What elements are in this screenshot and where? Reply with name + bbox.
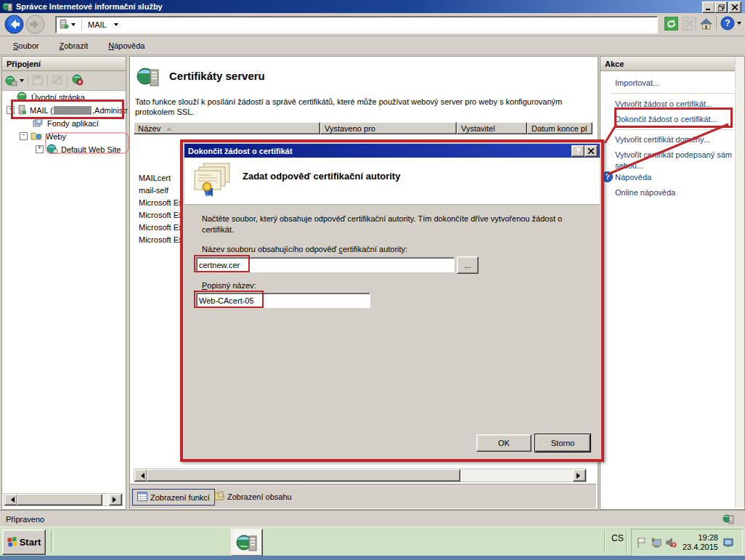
menu-napoveda[interactable]: Nápověda bbox=[108, 41, 144, 50]
status-iis-icon bbox=[722, 513, 734, 526]
list-item[interactable]: Microsoft Ex bbox=[139, 198, 183, 207]
ok-button[interactable]: OK bbox=[476, 434, 532, 452]
list-header: Název Vystaveno pro Vystavitel Datum kon… bbox=[134, 122, 593, 134]
sites-folder-icon bbox=[30, 131, 42, 142]
action-importovat[interactable]: Importovat... bbox=[615, 78, 659, 87]
minimize-button[interactable] bbox=[702, 1, 715, 13]
rename-connection-icon-disabled bbox=[52, 74, 63, 87]
annotation-default-web-site bbox=[45, 132, 129, 154]
create-connection-icon[interactable] bbox=[5, 75, 24, 86]
forward-button[interactable] bbox=[25, 15, 45, 36]
language-indicator[interactable]: CS bbox=[611, 533, 624, 543]
tb-sep2 bbox=[47, 75, 48, 86]
screen-bottom-edge bbox=[0, 556, 745, 560]
refresh-icon[interactable] bbox=[664, 17, 678, 32]
browse-button[interactable]: ... bbox=[457, 256, 479, 274]
system-tray: 19:28 23.4.2015 bbox=[631, 529, 743, 556]
column-vystavitel[interactable]: Vystavitel bbox=[457, 122, 527, 134]
menu-soubor[interactable]: Soubor bbox=[13, 41, 38, 50]
list-item[interactable]: mail-self bbox=[139, 186, 168, 195]
show-desktop-icon[interactable] bbox=[721, 535, 736, 550]
action-online-napoveda[interactable]: Online nápověda bbox=[615, 188, 675, 197]
column-vystaveno-pro[interactable]: Vystaveno pro bbox=[320, 122, 457, 134]
action-certifikat-domeny[interactable]: Vytvořit certifikát domény... bbox=[615, 135, 710, 144]
certificates-icon bbox=[193, 162, 234, 201]
help-menu-button[interactable]: ? bbox=[720, 16, 741, 31]
window-titlebar: Správce Internetové informační služby bbox=[0, 0, 745, 13]
tray-date: 23.4.2015 bbox=[683, 543, 718, 552]
tray-separator2 bbox=[626, 530, 627, 553]
menubar: Soubor Zobrazit Nápověda bbox=[0, 36, 745, 55]
tab-zobrazeni-obsahu[interactable]: Zobrazení obsahu bbox=[210, 489, 296, 504]
address-scope-dropdown-icon[interactable] bbox=[71, 23, 76, 28]
svg-text:?: ? bbox=[725, 18, 730, 28]
connections-hscrollbar[interactable] bbox=[4, 493, 123, 506]
dialog-title: Dokončit žádost o certifikát bbox=[188, 147, 293, 155]
connections-toolbar bbox=[2, 71, 126, 91]
actions-divider2 bbox=[611, 129, 734, 131]
actions-vscrollbar[interactable] bbox=[735, 57, 744, 508]
svg-text:?: ? bbox=[605, 173, 609, 181]
annotation-name-value bbox=[194, 291, 264, 308]
server-certificates-icon bbox=[136, 65, 160, 90]
start-button[interactable]: Start bbox=[2, 529, 46, 555]
file-field-label: Název souboru obsahujícího odpověď certi… bbox=[202, 245, 407, 253]
action-self-signed[interactable]: Vytvořit certifikát podepsaný sám sebou.… bbox=[615, 150, 737, 171]
taskbar-separator bbox=[51, 531, 54, 552]
cancel-button[interactable]: Storno bbox=[535, 434, 590, 452]
address-bar[interactable]: MAIL bbox=[55, 16, 658, 33]
connections-panel: Připojení Úvodní stránka - bbox=[1, 56, 126, 510]
taskbar-iis-active-button[interactable] bbox=[231, 529, 263, 556]
home-icon[interactable] bbox=[699, 17, 713, 32]
collapse-icon-weby[interactable]: - bbox=[20, 132, 28, 140]
address-separator bbox=[81, 19, 82, 31]
create-connection-dropdown-icon[interactable] bbox=[20, 79, 24, 84]
annotation-mail-node bbox=[11, 100, 124, 119]
volume-muted-icon[interactable] bbox=[664, 535, 678, 550]
clock[interactable]: 19:28 23.4.2015 bbox=[683, 533, 718, 552]
column-nazev[interactable]: Název bbox=[134, 122, 320, 134]
address-node[interactable]: MAIL bbox=[88, 20, 107, 29]
scroll-left-icon[interactable] bbox=[4, 494, 17, 506]
flag-icon[interactable] bbox=[635, 535, 649, 550]
scroll-thumb[interactable] bbox=[17, 494, 102, 506]
dialog-heading: Zadat odpověď certifikační autority bbox=[243, 171, 400, 182]
tb-sep3 bbox=[67, 75, 68, 86]
dialog-help-icon[interactable]: ? bbox=[571, 145, 585, 157]
restore-button[interactable] bbox=[715, 1, 728, 13]
list-item[interactable]: Microsoft Ex bbox=[139, 211, 183, 219]
dialog-titlebar: Dokončit žádost o certifikát ? bbox=[184, 144, 600, 158]
desktop-screen: Správce Internetové informační služby MA… bbox=[0, 0, 745, 560]
network-icon[interactable] bbox=[649, 535, 664, 550]
main-hscrollbar[interactable] bbox=[134, 468, 587, 482]
sort-asc-icon bbox=[166, 124, 172, 131]
page-title: Certifikáty serveru bbox=[169, 70, 265, 82]
delete-connection-icon[interactable] bbox=[71, 74, 84, 87]
features-view-icon bbox=[137, 492, 147, 503]
address-dropdown-icon[interactable] bbox=[114, 23, 118, 28]
back-button[interactable] bbox=[4, 15, 24, 36]
close-icon[interactable] bbox=[728, 1, 741, 13]
status-text: Připraveno bbox=[6, 515, 44, 524]
list-item[interactable]: MAILcert bbox=[139, 174, 171, 182]
scroll-right-icon[interactable] bbox=[573, 469, 586, 482]
scroll-thumb[interactable] bbox=[147, 469, 460, 482]
help-dropdown-icon[interactable] bbox=[737, 22, 741, 27]
connections-header: Připojení bbox=[2, 57, 126, 71]
column-datum-konce[interactable]: Datum konce pl bbox=[527, 122, 593, 134]
menu-zobrazit[interactable]: Zobrazit bbox=[59, 41, 88, 50]
feature-description: Tato funkce slouží k posílání žádostí a … bbox=[135, 97, 571, 117]
list-item[interactable]: Microsoft Ex bbox=[139, 223, 183, 232]
scroll-left-icon[interactable] bbox=[134, 469, 147, 482]
scroll-right-icon[interactable] bbox=[109, 494, 122, 506]
save-connection-icon-disabled bbox=[32, 74, 44, 87]
annotation-dokoncit-action bbox=[614, 107, 733, 128]
statusbar: Připraveno bbox=[0, 510, 745, 528]
name-field-label: Popisný název: bbox=[202, 281, 256, 290]
tab-zobrazeni-funkci[interactable]: Zobrazení funkcí bbox=[132, 489, 215, 506]
expand-icon[interactable]: + bbox=[36, 145, 44, 153]
list-item[interactable]: Microsoft Ex bbox=[139, 235, 183, 244]
action-napoveda[interactable]: Nápověda bbox=[615, 173, 651, 182]
server-icon bbox=[59, 19, 69, 31]
dialog-close-icon[interactable] bbox=[585, 145, 598, 157]
